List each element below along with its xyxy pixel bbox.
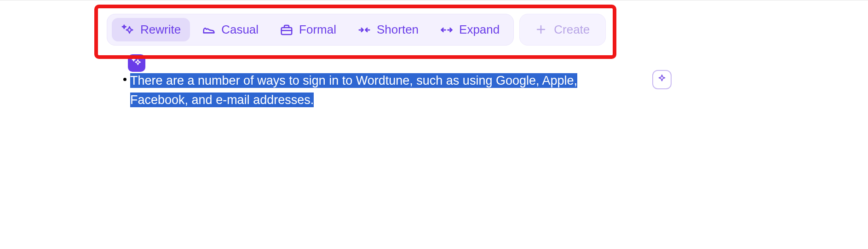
- toolbar: Rewrite Casual Formal: [107, 14, 606, 46]
- shorten-label: Shorten: [377, 23, 419, 37]
- selected-text[interactable]: There are a number of ways to sign in to…: [130, 71, 617, 110]
- expand-label: Expand: [459, 23, 500, 37]
- briefcase-icon: [280, 23, 293, 37]
- expand-button[interactable]: Expand: [431, 18, 509, 41]
- sparkle-outline-icon: [657, 74, 667, 86]
- toolbar-button-group: Rewrite Casual Formal: [107, 14, 514, 46]
- shoe-icon: [202, 23, 216, 37]
- list-item: There are a number of ways to sign in to…: [130, 71, 617, 110]
- sparkle-icon: [121, 23, 135, 37]
- create-label: Create: [554, 23, 590, 37]
- selected-text-content: There are a number of ways to sign in to…: [130, 73, 577, 107]
- sparkle-icon: [132, 57, 142, 69]
- formal-label: Formal: [299, 23, 336, 37]
- arrows-out-icon: [440, 23, 454, 37]
- plus-icon: [535, 24, 547, 36]
- top-divider: [0, 0, 868, 0]
- rewrite-label: Rewrite: [140, 23, 181, 37]
- casual-button[interactable]: Casual: [193, 18, 268, 41]
- wordtune-badge[interactable]: [128, 54, 145, 72]
- arrows-in-icon: [357, 23, 371, 37]
- casual-label: Casual: [221, 23, 259, 37]
- bullet-marker: [123, 78, 126, 81]
- floating-wordtune-button[interactable]: [652, 70, 672, 89]
- create-button[interactable]: Create: [519, 14, 606, 46]
- shorten-button[interactable]: Shorten: [348, 18, 428, 41]
- rewrite-button[interactable]: Rewrite: [112, 18, 190, 41]
- formal-button[interactable]: Formal: [270, 18, 345, 41]
- editor-content[interactable]: There are a number of ways to sign in to…: [130, 71, 617, 110]
